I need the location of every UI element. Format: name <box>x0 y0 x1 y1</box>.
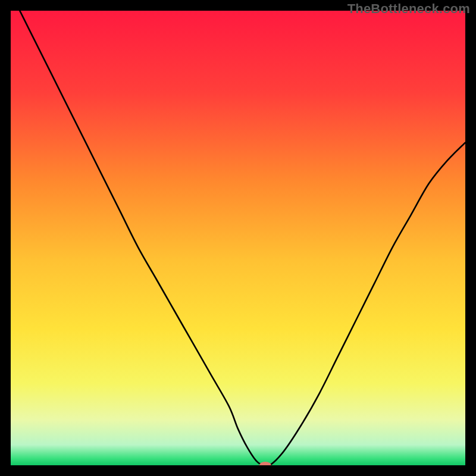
watermark-text: TheBottleneck.com <box>347 1 470 17</box>
chart-stage: TheBottleneck.com <box>0 0 476 476</box>
svg-rect-0 <box>11 11 465 465</box>
plot-area <box>11 11 465 465</box>
background-gradient <box>11 11 465 465</box>
